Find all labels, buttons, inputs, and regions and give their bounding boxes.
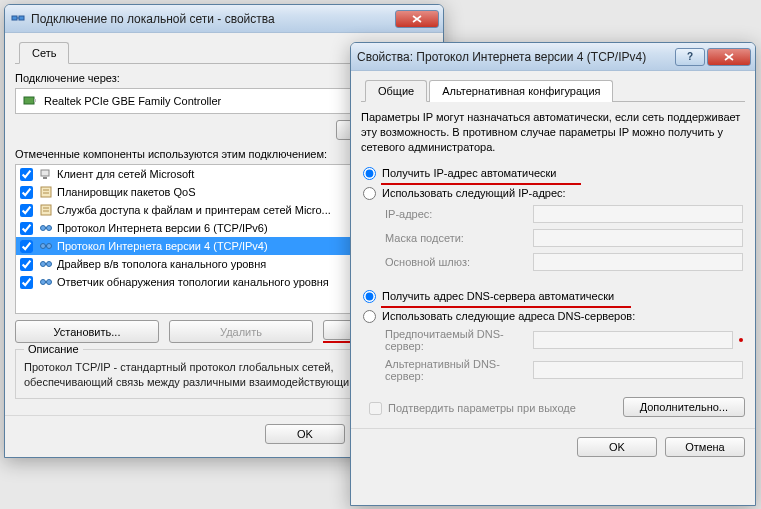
component-checkbox[interactable] [20,222,33,235]
radio-dns-manual-label: Использовать следующие адреса DNS-сервер… [382,310,635,322]
adapter-name: Realtek PCIe GBE Family Controller [44,95,221,107]
protocol-icon [39,257,53,271]
component-label: Клиент для сетей Microsoft [57,168,194,180]
nic-icon [22,93,38,109]
svg-point-19 [41,262,46,267]
titlebar[interactable]: Подключение по локальной сети - свойства [5,5,443,33]
cancel-button[interactable]: Отмена [665,437,745,457]
window-title: Подключение по локальной сети - свойства [31,12,393,26]
svg-point-16 [41,244,46,249]
description-title: Описание [24,343,83,355]
radio-ip-manual[interactable] [363,187,376,200]
tabs: Общие Альтернативная конфигурация [361,79,745,102]
highlight-dot [739,338,743,342]
ipv4-properties-window: Свойства: Протокол Интернета версии 4 (T… [350,42,756,506]
svg-point-13 [41,226,46,231]
confirm-exit-label: Подтвердить параметры при выходе [388,402,576,414]
radio-dns-manual[interactable] [363,310,376,323]
component-label: Протокол Интернета версии 4 (TCP/IPv4) [57,240,268,252]
help-button[interactable]: ? [675,48,705,66]
component-label: Протокол Интернета версии 6 (TCP/IPv6) [57,222,268,234]
ok-button[interactable]: OK [265,424,345,444]
svg-rect-6 [43,177,47,179]
client-icon [39,167,53,181]
svg-rect-5 [41,170,49,176]
subnet-mask-label: Маска подсети: [363,232,533,244]
svg-rect-3 [24,97,34,104]
dns-radio-group: Получить адрес DNS-сервера автоматически… [363,288,743,385]
svg-point-23 [47,280,52,285]
service-icon [39,185,53,199]
component-checkbox[interactable] [20,168,33,181]
component-checkbox[interactable] [20,240,33,253]
ip-address-label: IP-адрес: [363,208,533,220]
svg-point-20 [47,262,52,267]
install-button[interactable]: Установить... [15,320,159,343]
component-label: Планировщик пакетов QoS [57,186,196,198]
uninstall-button[interactable]: Удалить [169,320,313,343]
protocol-icon [39,221,53,235]
connection-icon [11,12,25,26]
tab-alt-config[interactable]: Альтернативная конфигурация [429,80,613,102]
close-button[interactable] [707,48,751,66]
ip-radio-group: Получить IP-адрес автоматически Использо… [363,165,743,274]
gateway-label: Основной шлюз: [363,256,533,268]
dns-alt-label: Альтернативный DNS-сервер: [363,358,533,382]
dns-alt-input [533,361,743,379]
service-icon [39,203,53,217]
titlebar[interactable]: Свойства: Протокол Интернета версии 4 (T… [351,43,755,71]
component-checkbox[interactable] [20,258,33,271]
confirm-exit-checkbox [369,402,382,415]
window-title: Свойства: Протокол Интернета версии 4 (T… [357,50,673,64]
radio-ip-auto[interactable] [363,167,376,180]
info-text: Параметры IP могут назначаться автоматич… [361,110,745,155]
svg-rect-4 [34,99,36,102]
radio-dns-auto-label: Получить адрес DNS-сервера автоматически [382,290,614,302]
component-label: Служба доступа к файлам и принтерам сете… [57,204,331,216]
component-checkbox[interactable] [20,186,33,199]
radio-ip-manual-label: Использовать следующий IP-адрес: [382,187,566,199]
component-checkbox[interactable] [20,204,33,217]
radio-dns-auto[interactable] [363,290,376,303]
component-label: Драйвер в/в тополога канального уровня [57,258,266,270]
dns-pref-input [533,331,733,349]
svg-point-22 [41,280,46,285]
radio-ip-auto-label: Получить IP-адрес автоматически [382,167,556,179]
tab-general[interactable]: Общие [365,80,427,102]
svg-rect-1 [19,16,24,20]
close-button[interactable] [395,10,439,28]
gateway-input [533,253,743,271]
protocol-icon [39,239,53,253]
dns-pref-label: Предпочитаемый DNS-сервер: [363,328,533,352]
ip-address-input [533,205,743,223]
subnet-mask-input [533,229,743,247]
protocol-icon [39,275,53,289]
component-checkbox[interactable] [20,276,33,289]
ok-button[interactable]: OK [577,437,657,457]
svg-rect-7 [41,187,51,197]
svg-rect-10 [41,205,51,215]
component-label: Ответчик обнаружения топологии канальног… [57,276,329,288]
svg-point-14 [47,226,52,231]
tab-network[interactable]: Сеть [19,42,69,64]
advanced-button[interactable]: Дополнительно... [623,397,745,417]
svg-point-17 [47,244,52,249]
svg-rect-0 [12,16,17,20]
